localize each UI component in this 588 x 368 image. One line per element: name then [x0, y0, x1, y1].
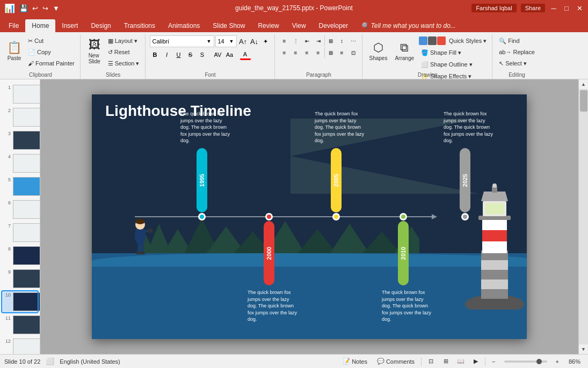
comments-button[interactable]: 💬 Comments: [374, 357, 418, 365]
maximize-button[interactable]: □: [562, 4, 571, 12]
format-painter-button[interactable]: 🖌 Format Painter: [26, 58, 77, 69]
align-left-button[interactable]: ≡: [279, 47, 290, 58]
strikethrough-button[interactable]: S: [185, 49, 196, 60]
shape-outline-button[interactable]: ⬜ Shape Outline ▾: [419, 59, 489, 70]
zoom-slider[interactable]: [504, 360, 547, 363]
slide-thumb-7[interactable]: 7: [2, 222, 38, 243]
notes-button[interactable]: 📝 Notes: [339, 357, 371, 365]
align-right-button[interactable]: ≡: [302, 47, 313, 58]
reading-view-button[interactable]: 📖: [455, 356, 467, 367]
scroll-thumb[interactable]: [580, 90, 587, 112]
justify-button[interactable]: ≡: [313, 47, 324, 58]
font-color-button[interactable]: A: [240, 49, 251, 60]
underline-button[interactable]: U: [173, 49, 184, 60]
save-button[interactable]: 💾: [18, 4, 29, 12]
bullets-button[interactable]: ≡: [279, 35, 290, 46]
canvas-area[interactable]: Lighthouse Timeline: [40, 79, 578, 354]
slide-canvas[interactable]: Lighthouse Timeline: [92, 94, 527, 339]
slide-thumb-11[interactable]: 11: [2, 314, 38, 335]
tab-review[interactable]: Review: [251, 19, 285, 32]
line-spacing-button[interactable]: ↕: [337, 35, 347, 46]
svg-rect-30: [485, 203, 504, 214]
slide-thumb-3[interactable]: 3: [2, 130, 38, 151]
align-center-button[interactable]: ≡: [291, 47, 301, 58]
align-text-button[interactable]: ≡: [337, 47, 347, 58]
font-name-dropdown[interactable]: Calibri ▼: [150, 35, 214, 47]
tab-transitions[interactable]: Transitions: [118, 19, 162, 32]
timeline-arrow: [432, 214, 437, 219]
clear-format-button[interactable]: ✦: [260, 36, 271, 47]
replace-button[interactable]: ab→ Replace: [497, 47, 537, 57]
layout-button[interactable]: ▦ Layout ▾: [106, 35, 142, 46]
statusbar-right: 📝 Notes 💬 Comments ⊡ ⊞ 📖 ▶ − + 86%: [339, 356, 584, 367]
paste-button[interactable]: 📋 Paste: [4, 35, 24, 68]
tab-tell-me[interactable]: 🔍 Tell me what you want to do...: [354, 19, 462, 32]
drawing-label: Drawing: [364, 72, 492, 78]
slide-thumb-8[interactable]: 8: [2, 245, 38, 266]
new-slide-button[interactable]: 🖼 NewSlide: [85, 35, 104, 68]
tab-animations[interactable]: Animations: [162, 19, 206, 32]
reset-button[interactable]: ↺ Reset: [106, 47, 142, 57]
minimize-button[interactable]: ─: [549, 4, 558, 12]
customize-button[interactable]: ▼: [52, 4, 61, 12]
character-spacing-button[interactable]: AV: [213, 49, 223, 60]
smartart-button[interactable]: ⊡: [348, 47, 359, 58]
arrange-label: Arrange: [395, 55, 414, 61]
decrease-indent-button[interactable]: ⇤: [302, 35, 313, 46]
font-size-dropdown[interactable]: 14 ▼: [215, 35, 237, 47]
text-direction-button[interactable]: ⊞: [325, 47, 336, 58]
copy-button[interactable]: 📄 Copy: [26, 47, 77, 57]
swatch-2[interactable]: [428, 36, 437, 45]
select-button[interactable]: ↖ Select ▾: [497, 58, 537, 69]
slide-thumb-1[interactable]: 1: [2, 84, 38, 105]
zoom-level[interactable]: 86%: [565, 358, 584, 365]
close-button[interactable]: ✕: [575, 4, 584, 12]
more-para-button[interactable]: ⋯: [348, 35, 359, 46]
swatch-3[interactable]: [437, 36, 446, 45]
tab-insert[interactable]: Insert: [55, 19, 84, 32]
slide-thumb-12[interactable]: 12: [2, 337, 38, 354]
shape-fill-button[interactable]: 🪣 Shape Fill ▾: [419, 47, 489, 58]
scroll-down-button[interactable]: ▼: [579, 344, 588, 354]
tab-view[interactable]: View: [286, 19, 313, 32]
slide-thumb-5[interactable]: 5: [2, 176, 38, 197]
share-button[interactable]: Share: [521, 4, 545, 12]
undo-button[interactable]: ↩: [31, 4, 39, 12]
slides-panel[interactable]: 1 2 3 4 5 6 7 8: [0, 79, 40, 354]
slide-thumb-10[interactable]: 10: [2, 291, 38, 312]
increase-indent-button[interactable]: ⇥: [313, 35, 324, 46]
slide-thumb-2[interactable]: 2: [2, 107, 38, 128]
section-button[interactable]: ☰ Section ▾: [106, 58, 142, 69]
increase-font-button[interactable]: A↑: [238, 36, 249, 47]
normal-view-button[interactable]: ⊡: [425, 356, 437, 367]
slide-thumb-4[interactable]: 4: [2, 153, 38, 174]
tab-developer[interactable]: Developer: [313, 19, 355, 32]
slide-thumb-9[interactable]: 9: [2, 268, 38, 289]
decrease-font-button[interactable]: A↓: [249, 36, 260, 47]
arrange-icon: ⧉: [400, 42, 409, 54]
find-button[interactable]: 🔍 Find: [497, 35, 537, 46]
swatch-1[interactable]: [419, 36, 427, 45]
zoom-thumb[interactable]: [536, 359, 542, 364]
slide-thumb-6[interactable]: 6: [2, 199, 38, 220]
tab-home[interactable]: Home: [25, 19, 55, 32]
scroll-up-button[interactable]: ▲: [579, 79, 588, 89]
columns-button[interactable]: ⊞: [325, 35, 336, 46]
shapes-button[interactable]: ⬡ Shapes: [367, 35, 390, 68]
tab-design[interactable]: Design: [84, 19, 117, 32]
zoom-out-button[interactable]: −: [489, 358, 498, 365]
numbering-button[interactable]: ⋮: [291, 35, 301, 46]
change-case-button[interactable]: Aa: [224, 49, 235, 60]
slide-sorter-button[interactable]: ⊞: [440, 356, 452, 367]
quick-styles-button[interactable]: Quick Styles ▾: [447, 35, 489, 46]
slideshow-button[interactable]: ▶: [470, 356, 482, 367]
tab-file[interactable]: File: [2, 19, 25, 32]
tab-slideshow[interactable]: Slide Show: [206, 19, 251, 32]
cut-button[interactable]: ✂ Cut: [26, 35, 77, 46]
redo-button[interactable]: ↪: [41, 4, 49, 12]
arrange-button[interactable]: ⧉ Arrange: [392, 35, 417, 68]
zoom-in-button[interactable]: +: [553, 358, 562, 365]
italic-button[interactable]: I: [162, 49, 172, 60]
shadow-button[interactable]: S: [197, 49, 208, 60]
bold-button[interactable]: B: [150, 49, 161, 60]
